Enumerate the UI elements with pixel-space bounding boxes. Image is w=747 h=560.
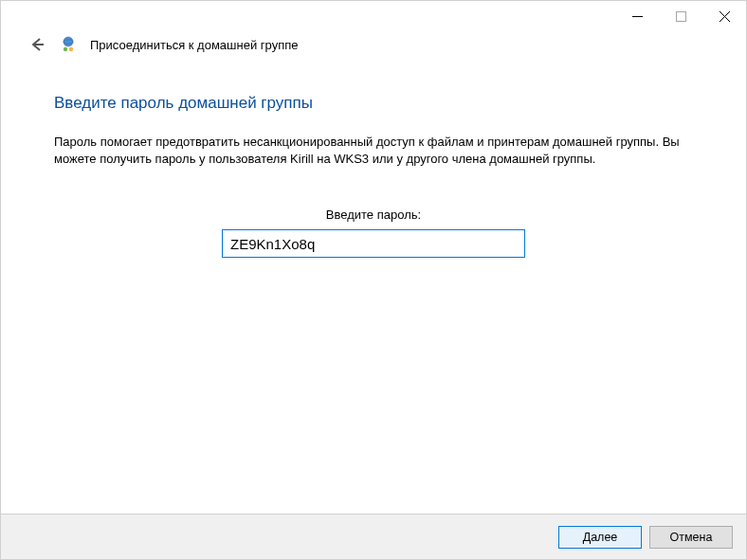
svg-point-8: [69, 47, 73, 51]
homegroup-icon: [60, 36, 77, 53]
back-button[interactable]: [27, 35, 46, 54]
window-controls: [615, 3, 746, 29]
titlebar: [1, 1, 746, 31]
svg-rect-1: [676, 11, 685, 21]
page-heading: Введите пароль домашней группы: [54, 94, 693, 113]
form-area: Введите пароль:: [54, 208, 693, 258]
cancel-button[interactable]: Отмена: [649, 526, 733, 549]
header: Присоединиться к домашней группе: [1, 31, 746, 63]
svg-point-7: [64, 47, 67, 51]
maximize-button: [659, 3, 702, 29]
svg-point-5: [64, 37, 73, 46]
window-title: Присоединиться к домашней группе: [90, 38, 298, 52]
minimize-button[interactable]: [615, 3, 659, 29]
password-label: Введите пароль:: [54, 208, 693, 222]
description-text: Пароль помогает предотвратить несанкцион…: [54, 134, 693, 168]
content-area: Введите пароль домашней группы Пароль по…: [1, 63, 746, 258]
password-input[interactable]: [222, 229, 525, 258]
next-button[interactable]: Далее: [558, 526, 642, 549]
close-button[interactable]: [702, 3, 746, 29]
footer: Далее Отмена: [1, 514, 746, 559]
